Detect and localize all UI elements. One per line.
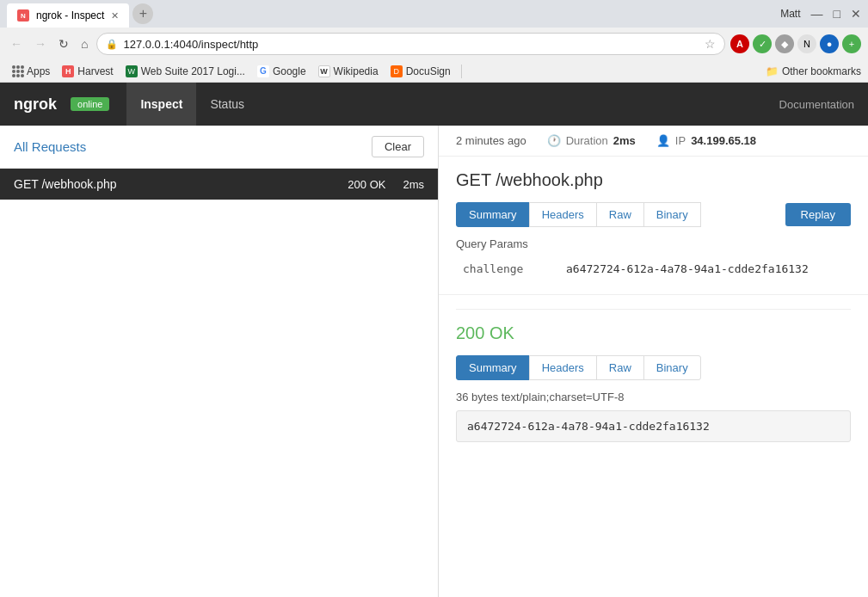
ip-value: 34.199.65.18	[691, 134, 756, 147]
apps-label: Apps	[27, 65, 50, 77]
extension4-icon[interactable]: ●	[820, 34, 839, 53]
bm-google-label: Google	[273, 65, 306, 77]
window-controls: Matt — □ ✕	[780, 7, 861, 21]
url-text: 127.0.0.1:4040/inspect/http	[123, 38, 699, 51]
left-panel-header: All Requests Clear	[0, 126, 438, 169]
maximize-btn[interactable]: □	[834, 7, 840, 21]
nav-inspect[interactable]: Inspect	[126, 83, 196, 126]
bm-websuite[interactable]: W Web Suite 2017 Logi...	[120, 64, 250, 79]
ip-meta: 👤 IP 34.199.65.18	[656, 134, 756, 147]
bm-wikipedia-label: Wikipedia	[334, 65, 379, 77]
section-divider	[456, 309, 851, 310]
left-panel: All Requests Clear GET /webhook.php 200 …	[0, 126, 439, 597]
request-detail: GET /webhook.php Summary Headers Raw Bin…	[439, 157, 868, 295]
forward-btn[interactable]: →	[31, 35, 50, 52]
request-tabs: Summary Headers Raw Binary Replay	[456, 202, 851, 227]
request-tab-headers[interactable]: Headers	[529, 202, 597, 227]
clock-icon: 🕐	[547, 134, 561, 147]
request-method: GET	[14, 177, 41, 191]
request-path: /webhook.php	[41, 177, 116, 191]
param-value: a6472724-612a-4a78-94a1-cdde2fa16132	[559, 257, 851, 280]
request-tab-raw[interactable]: Raw	[596, 202, 644, 227]
user-icon: 👤	[656, 134, 670, 147]
online-badge: online	[71, 97, 109, 111]
request-title: GET /webhook.php	[456, 170, 851, 190]
acrobat-icon[interactable]: A	[730, 34, 749, 53]
params-table: challenge a6472724-612a-4a78-94a1-cdde2f…	[456, 257, 851, 280]
request-tab-summary[interactable]: Summary	[456, 202, 530, 227]
bookmarks-separator	[461, 65, 462, 78]
all-requests-title: All Requests	[14, 139, 86, 154]
docusign-favicon: D	[391, 65, 403, 77]
tab-title: ngrok - Inspect	[36, 9, 104, 22]
bm-harvest[interactable]: H Harvest	[57, 64, 118, 79]
minimize-btn[interactable]: —	[811, 7, 823, 21]
docs-link[interactable]: Documentation	[779, 98, 854, 111]
response-body: a6472724-612a-4a78-94a1-cdde2fa16132	[456, 410, 851, 442]
harvest-favicon: H	[62, 65, 74, 77]
nav-status[interactable]: Status	[196, 83, 258, 126]
response-tab-raw[interactable]: Raw	[596, 355, 644, 380]
back-btn[interactable]: ←	[7, 35, 26, 52]
tab-favicon: N	[17, 9, 29, 22]
extension3-icon[interactable]: N	[797, 34, 816, 53]
websuite-favicon: W	[126, 65, 138, 77]
wikipedia-favicon: W	[318, 65, 330, 77]
request-meta-bar: 2 minutes ago 🕐 Duration 2ms 👤 IP 34.199…	[439, 126, 868, 157]
bm-docusign[interactable]: D DocuSign	[385, 64, 456, 79]
ip-label: IP	[675, 134, 686, 147]
app-header: ngrok online Inspect Status Documentatio…	[0, 83, 868, 126]
clear-button[interactable]: Clear	[372, 136, 424, 157]
extension2-icon[interactable]: ◆	[775, 34, 794, 53]
bookmarks-bar: Apps H Harvest W Web Suite 2017 Logi... …	[0, 60, 868, 83]
close-btn[interactable]: ✕	[851, 7, 861, 21]
time-ago: 2 minutes ago	[456, 134, 526, 147]
app-logo: ngrok	[14, 95, 57, 114]
duration-label: Duration	[566, 134, 608, 147]
url-box[interactable]: 🔒 127.0.0.1:4040/inspect/http ☆	[96, 33, 725, 55]
browser-icons: A ✓ ◆ N ● +	[730, 34, 861, 53]
request-tab-binary[interactable]: Binary	[643, 202, 701, 227]
tab-close-btn[interactable]: ✕	[111, 10, 119, 22]
bookmark-star-icon[interactable]: ☆	[705, 37, 716, 51]
apps-grid-icon	[12, 65, 24, 77]
other-bookmarks-label: Other bookmarks	[782, 65, 861, 77]
bm-wikipedia[interactable]: W Wikipedia	[313, 64, 384, 79]
request-status: 200 OK	[348, 178, 385, 191]
browser-tab[interactable]: N ngrok - Inspect ✕	[7, 3, 129, 28]
new-tab-btn[interactable]: +	[132, 3, 153, 24]
response-tab-binary[interactable]: Binary	[643, 355, 701, 380]
bm-harvest-label: Harvest	[77, 65, 113, 77]
title-bar: N ngrok - Inspect ✕ + Matt — □ ✕	[0, 0, 868, 28]
response-tabs: Summary Headers Raw Binary	[456, 355, 851, 380]
param-row: challenge a6472724-612a-4a78-94a1-cdde2f…	[456, 257, 851, 280]
bm-websuite-label: Web Suite 2017 Logi...	[141, 65, 245, 77]
refresh-btn[interactable]: ↻	[55, 35, 72, 52]
query-params-label: Query Params	[456, 237, 851, 250]
app-nav: Inspect Status	[126, 83, 258, 126]
request-item[interactable]: GET /webhook.php 200 OK 2ms	[0, 169, 438, 200]
address-bar: ← → ↻ ⌂ 🔒 127.0.0.1:4040/inspect/http ☆ …	[0, 28, 868, 60]
param-key: challenge	[456, 257, 559, 280]
bm-docusign-label: DocuSign	[406, 65, 451, 77]
response-tab-headers[interactable]: Headers	[529, 355, 597, 380]
url-lock-icon: 🔒	[106, 39, 118, 50]
request-method-path: GET /webhook.php	[14, 177, 341, 191]
response-tab-summary[interactable]: Summary	[456, 355, 530, 380]
google-favicon: G	[257, 65, 269, 77]
duration-meta: 🕐 Duration 2ms	[547, 134, 636, 147]
extension1-icon[interactable]: ✓	[753, 34, 772, 53]
extension5-icon[interactable]: +	[842, 34, 861, 53]
apps-bookmark[interactable]: Apps	[7, 64, 55, 79]
main-layout: All Requests Clear GET /webhook.php 200 …	[0, 126, 868, 597]
response-title: 200 OK	[456, 323, 851, 343]
replay-button[interactable]: Replay	[785, 203, 851, 226]
home-btn[interactable]: ⌂	[77, 35, 91, 52]
request-duration: 2ms	[403, 178, 424, 191]
other-bookmarks[interactable]: 📁 Other bookmarks	[766, 65, 861, 77]
duration-value: 2ms	[613, 134, 636, 147]
response-content-type: 36 bytes text/plain;charset=UTF-8	[456, 391, 851, 403]
bm-google[interactable]: G Google	[252, 64, 311, 79]
response-detail: 200 OK Summary Headers Raw Binary 36 byt…	[439, 295, 868, 456]
folder-icon: 📁	[766, 65, 779, 77]
